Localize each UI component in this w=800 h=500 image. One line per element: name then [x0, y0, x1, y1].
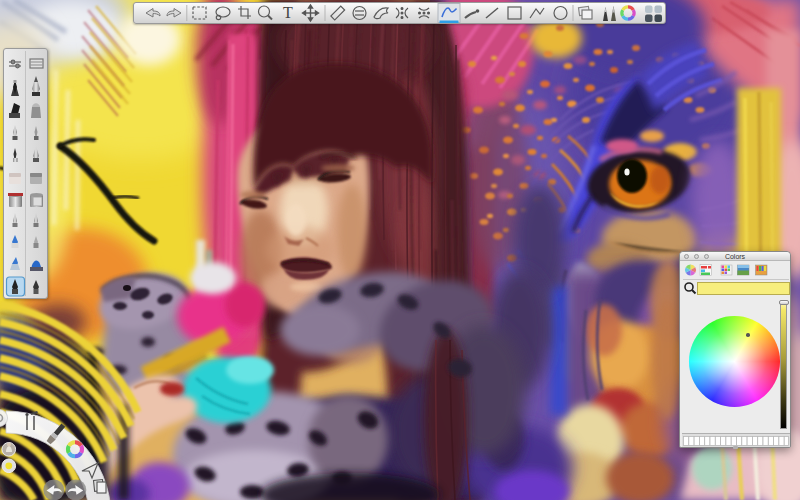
svg-text:T: T — [283, 4, 293, 21]
